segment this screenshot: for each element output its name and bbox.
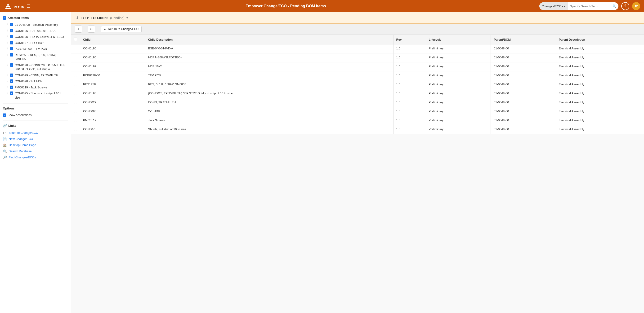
add-button[interactable]: + [75,25,82,33]
cell-rev: 1.0 [393,62,426,71]
row-checkbox[interactable] [74,110,77,113]
eco-chevron-icon[interactable]: ▾ [126,16,128,20]
list-item[interactable]: ⠿ CON0075 - Shunts, cut strip of 10 to s… [3,91,68,101]
item-text: 01-0048-00 - Electrical Assembly [15,23,68,27]
table-row[interactable]: PMC0119 Jack Screws 1.0 Preliminary 01-0… [71,116,644,125]
table-row[interactable]: CON0090 2x1 HDR 1.0 Preliminary 01-0048-… [71,107,644,116]
list-item[interactable]: ⠿ RES1258 - RES, 0, 1%, 1/10W, SM0805 [3,52,68,62]
table-row[interactable]: RES1258 RES, 0, 1%, 1/10W, SM0805 1.0 Pr… [71,80,644,89]
user-avatar[interactable]: JC [632,2,640,10]
cell-description: BSE-040-01-F-D-A [145,44,393,53]
row-checkbox[interactable] [74,128,77,131]
table-row[interactable]: CON0196 BSE-040-01-F-D-A 1.0 Preliminary… [71,44,644,53]
cell-description: (CON0028, TP 35MIL TH) 36P STRT Gold, cu… [145,89,393,98]
row-checkbox[interactable] [74,47,77,50]
drag-handle-icon: ⠿ [7,41,8,44]
table-row[interactable]: CON0029 CONN, TP 20MIL TH 1.0 Preliminar… [71,98,644,107]
affected-items-checkbox[interactable] [3,16,6,20]
row-checkbox[interactable] [74,101,77,104]
col-header-child: Child [80,35,145,44]
item-checkbox[interactable] [10,23,13,26]
row-checkbox[interactable] [74,83,77,86]
item-text: CON0196 - BSE-040-01-F-D-A [15,29,68,33]
search-category-dropdown[interactable]: Changes/ECOs ▾ [539,2,568,10]
cell-child: CON0029 [80,98,145,107]
list-item[interactable]: ⠿ CON0029 - CONN, TP 20MIL TH [3,73,68,79]
item-checkbox[interactable] [10,92,13,95]
bom-table-container: Child Child Description Rev Lifecycle Pa… [71,35,644,313]
sidebar-link-label: Desktop Home Page [9,144,36,147]
item-checkbox[interactable] [10,47,13,50]
item-checkbox[interactable] [10,41,13,44]
item-checkbox[interactable] [10,86,13,89]
list-item[interactable]: ⠿ PMC0119 - Jack Screws [3,85,68,91]
table-row[interactable]: CON0195 HDRA-E68W1LFDT1EC+ 1.0 Prelimina… [71,53,644,62]
row-checkbox[interactable] [74,65,77,68]
row-checkbox[interactable] [74,119,77,122]
sidebar-link-new-eco[interactable]: 📄 New Change/ECO [3,136,68,142]
item-checkbox[interactable] [10,74,13,77]
search-area: Changes/ECOs ▾ 🔍 [539,2,618,10]
sidebar-link-label: New Change/ECO [9,137,33,141]
cell-parent-bom: 01-0048-00 [491,125,556,134]
item-checkbox[interactable] [10,63,13,67]
col-header-lifecycle: Lifecycle [426,35,491,44]
list-item[interactable]: ⠿ PCB0138-00 - TEV PCB [3,46,68,52]
item-checkbox[interactable] [10,79,13,83]
header-checkbox[interactable] [74,38,77,41]
list-item[interactable]: ⠿ CON0196 - BSE-040-01-F-D-A [3,28,68,34]
eco-id: ECO-00056 [91,16,108,20]
return-to-eco-button[interactable]: ↩ Return to Change/ECO [101,26,142,32]
item-checkbox[interactable] [10,35,13,38]
arena-logo-icon [4,2,12,10]
show-descriptions-checkbox[interactable] [3,114,6,117]
drag-handle-icon: ⠿ [7,29,8,32]
sidebar-link-find-ecos[interactable]: 🔎 Find Changes/ECOs [3,154,68,160]
table-row[interactable]: CON0198 (CON0028, TP 35MIL TH) 36P STRT … [71,89,644,98]
search-button[interactable]: 🔍 [610,4,618,8]
list-item[interactable]: ⠿ 01-0048-00 - Electrical Assembly [3,22,68,28]
toolbar-divider-2 [98,26,98,32]
list-item[interactable]: ⠿ CON0195 - HDRA-E68W1LFDT1EC+ [3,34,68,40]
refresh-button[interactable]: ↻ [88,25,95,33]
sidebar-link-return[interactable]: ↩ Return to Change/ECO [3,130,68,136]
toolbar: + ↻ ↩ Return to Change/ECO [71,24,644,35]
item-text: CON0090 - 2x1 HDR [15,79,68,84]
sidebar-link-home[interactable]: 🏠 Desktop Home Page [3,142,68,148]
search-input[interactable] [568,2,610,10]
row-checkbox-cell [71,44,80,53]
cell-parent-desc: Electrical Assembly [556,98,644,107]
return-icon: ↩ [3,131,6,135]
table-row[interactable]: CON0075 Shunts, cut strip of 10 to size … [71,125,644,134]
list-item[interactable]: ⠿ CON0198 - (CON0028, TP 35MIL TH) 36P S… [3,62,68,73]
cell-description: RES, 0, 1%, 1/10W, SM0805 [145,80,393,89]
cell-description: Jack Screws [145,116,393,125]
item-checkbox[interactable] [10,29,13,32]
page-title: Empower Change/ECO - Pending BOM Items [35,4,536,8]
item-checkbox[interactable] [10,53,13,56]
sidebar-link-search[interactable]: 🔍 Search Database [3,148,68,154]
links-icon: 🔗 [3,124,7,128]
row-checkbox[interactable] [74,56,77,59]
cell-parent-desc: Electrical Assembly [556,116,644,125]
sidebar: Affected Items ⠿ 01-0048-00 - Electrical… [0,12,71,313]
col-header-rev: Rev [393,35,426,44]
drag-handle-icon: ⠿ [7,53,8,56]
content-area: ⬇ ECO: ECO-00056 (Pending) ▾ + ↻ ↩ Retur… [71,12,644,313]
app-header: arena ☰ Empower Change/ECO - Pending BOM… [0,0,644,12]
list-item[interactable]: ⠿ CON0090 - 2x1 HDR [3,78,68,85]
list-item[interactable]: ⠿ CON0197 - HDR 16x2 [3,40,68,46]
row-checkbox[interactable] [74,74,77,77]
table-row[interactable]: CON0197 HDR 16x2 1.0 Preliminary 01-0048… [71,62,644,71]
cell-lifecycle: Preliminary [426,53,491,62]
help-button[interactable]: ? [621,2,629,10]
item-text: PCB0138-00 - TEV PCB [15,47,68,51]
row-checkbox[interactable] [74,92,77,95]
cell-child: CON0197 [80,62,145,71]
show-descriptions-option[interactable]: Show descriptions [3,113,68,118]
table-row[interactable]: PCB0138-00 TEV PCB 1.0 Preliminary 01-00… [71,71,644,80]
cell-lifecycle: Preliminary [426,44,491,53]
cell-description: Shunts, cut strip of 10 to size [145,125,393,134]
menu-icon[interactable]: ☰ [26,3,30,9]
cell-rev: 1.0 [393,53,426,62]
